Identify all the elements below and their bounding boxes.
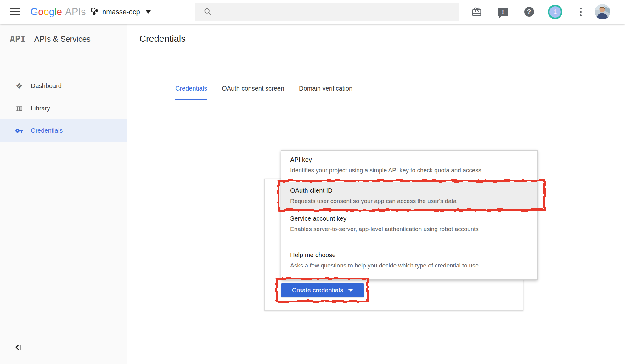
menu-divider	[281, 243, 537, 243]
sidebar-item-label: Library	[31, 105, 50, 112]
menu-item-service-account-key[interactable]: Service account key Enables server-to-se…	[281, 215, 537, 233]
feedback-icon[interactable]: !	[497, 0, 509, 24]
logo-letter: e	[57, 6, 62, 18]
notification-badge[interactable]: 1	[547, 0, 563, 24]
search-icon	[203, 7, 212, 17]
sidebar-item-library[interactable]: Library	[0, 97, 127, 119]
logo-letter: G	[31, 6, 38, 18]
create-credentials-label: Create credentials	[292, 287, 343, 294]
help-glyph: ?	[527, 8, 531, 15]
menu-item-description: Enables server-to-server, app-level auth…	[290, 226, 528, 233]
sidebar: API APIs & Services ❖ Dashboard Library	[0, 24, 127, 364]
logo-suffix: APIs	[65, 6, 86, 18]
sidebar-nav: ❖ Dashboard Library	[0, 75, 127, 142]
menu-item-oauth-client-id[interactable]: OAuth client ID Requests user consent so…	[281, 182, 537, 210]
avatar[interactable]	[594, 0, 611, 24]
project-hexagons-icon	[91, 7, 99, 17]
tab-bar-baseline	[175, 101, 611, 101]
create-credentials-button[interactable]: Create credentials	[281, 283, 364, 297]
api-product-icon: API	[10, 34, 26, 44]
tab-credentials[interactable]: Credentials	[175, 85, 207, 100]
library-icon	[15, 104, 23, 113]
menu-item-description: Requests user consent so your app can ac…	[290, 198, 528, 205]
page-title: Credentials	[139, 34, 186, 44]
google-apis-console-page: Google APIs nmasse-ocp	[0, 0, 625, 364]
tab-oauth-consent-screen[interactable]: OAuth consent screen	[222, 85, 284, 100]
hamburger-menu-icon[interactable]	[10, 8, 20, 16]
app-bar: Google APIs nmasse-ocp	[0, 0, 625, 24]
chevron-down-icon	[146, 10, 151, 14]
sidebar-item-label: Dashboard	[31, 82, 62, 90]
tab-bar: Credentials OAuth consent screen Domain …	[175, 85, 352, 100]
search-bar[interactable]	[195, 3, 459, 21]
menu-item-api-key[interactable]: API key Identifies your project using a …	[281, 156, 537, 174]
menu-item-description: Asks a few questions to help you decide …	[290, 262, 528, 269]
sidebar-item-label: Credentials	[31, 127, 63, 134]
logo-letter: g	[49, 6, 54, 18]
menu-item-description: Identifies your project using a simple A…	[290, 167, 528, 174]
notification-count: 1	[553, 8, 557, 15]
menu-item-help-me-choose[interactable]: Help me choose Asks a few questions to h…	[281, 251, 537, 269]
sidebar-item-credentials[interactable]: Credentials	[0, 119, 127, 142]
more-vert-icon[interactable]	[577, 0, 584, 24]
dashboard-icon: ❖	[15, 82, 23, 90]
logo-letter: o	[38, 6, 43, 18]
search-input[interactable]	[217, 8, 459, 16]
create-credentials-menu: API key Identifies your project using a …	[281, 150, 538, 280]
chevron-down-icon	[348, 289, 353, 292]
logo-letter: o	[43, 6, 49, 18]
collapse-sidebar-icon[interactable]	[13, 342, 24, 353]
feedback-glyph: !	[502, 8, 504, 15]
sidebar-item-dashboard[interactable]: ❖ Dashboard	[0, 75, 127, 97]
sidebar-product-header: API APIs & Services	[0, 24, 127, 55]
project-name: nmasse-ocp	[102, 8, 140, 16]
google-apis-logo: Google APIs	[31, 0, 86, 24]
menu-item-title: OAuth client ID	[290, 187, 528, 194]
key-icon	[15, 126, 23, 135]
menu-item-title: Help me choose	[290, 251, 528, 259]
menu-item-title: Service account key	[290, 215, 528, 222]
tab-domain-verification[interactable]: Domain verification	[299, 85, 352, 100]
gift-icon[interactable]	[470, 0, 483, 24]
logo-letter: l	[54, 6, 57, 18]
help-icon[interactable]: ?	[523, 0, 535, 24]
project-selector[interactable]: nmasse-ocp	[91, 0, 151, 24]
product-name: APIs & Services	[34, 35, 91, 44]
header-divider	[127, 69, 625, 69]
menu-item-title: API key	[290, 156, 528, 163]
